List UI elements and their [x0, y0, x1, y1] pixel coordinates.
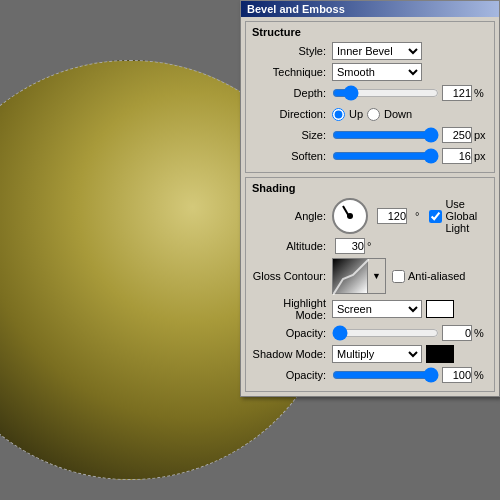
highlight-opacity-row: Opacity: 0 %	[252, 324, 488, 342]
anti-aliased-group: Anti-aliased	[392, 270, 465, 283]
global-light-group: Use Global Light	[429, 198, 488, 234]
shadow-mode-label: Shadow Mode:	[252, 348, 332, 360]
gloss-contour-label: Gloss Contour:	[252, 270, 332, 282]
depth-row: Depth: 121 %	[252, 84, 488, 102]
shadow-opacity-label: Opacity:	[252, 369, 332, 381]
panel-title: Bevel and Emboss	[241, 1, 499, 17]
highlight-opacity-label: Opacity:	[252, 327, 332, 339]
soften-input[interactable]: 16	[442, 148, 472, 164]
angle-label: Angle:	[252, 210, 332, 222]
structure-title: Structure	[252, 26, 488, 38]
shading-title: Shading	[252, 182, 488, 194]
depth-slider-group: 121 %	[332, 85, 488, 101]
direction-down-label: Down	[384, 108, 412, 120]
highlight-opacity-slider[interactable]	[332, 328, 439, 338]
global-light-label: Use Global Light	[445, 198, 488, 234]
highlight-color-swatch[interactable]	[426, 300, 454, 318]
gloss-contour-controls: ▼ Anti-aliased	[332, 258, 465, 294]
style-select[interactable]: Inner Bevel Outer Bevel Emboss Pillow Em…	[332, 42, 422, 60]
size-unit: px	[474, 129, 488, 141]
highlight-mode-label: Highlight Mode:	[252, 297, 332, 321]
shadow-mode-select[interactable]: Multiply Normal Screen Overlay	[332, 345, 422, 363]
soften-label: Soften:	[252, 150, 332, 162]
depth-label: Depth:	[252, 87, 332, 99]
size-label: Size:	[252, 129, 332, 141]
anti-aliased-checkbox[interactable]	[392, 270, 405, 283]
highlight-mode-row: Highlight Mode: Screen Normal Multiply O…	[252, 297, 488, 321]
technique-label: Technique:	[252, 66, 332, 78]
direction-row: Direction: Up Down	[252, 105, 488, 123]
shadow-opacity-unit: %	[474, 369, 488, 381]
shading-section: Shading Angle: 120 ° Use Global Light Al…	[245, 177, 495, 392]
size-input[interactable]: 250	[442, 127, 472, 143]
direction-up-radio[interactable]	[332, 108, 345, 121]
highlight-mode-select[interactable]: Screen Normal Multiply Overlay	[332, 300, 422, 318]
direction-radio-group: Up Down	[332, 108, 412, 121]
structure-section: Structure Style: Inner Bevel Outer Bevel…	[245, 21, 495, 173]
shadow-opacity-input[interactable]: 100	[442, 367, 472, 383]
soften-slider-group: 16 px	[332, 148, 488, 164]
highlight-opacity-unit: %	[474, 327, 488, 339]
anti-aliased-label: Anti-aliased	[408, 270, 465, 282]
direction-label: Direction:	[252, 108, 332, 120]
shadow-opacity-slider-group: 100 %	[332, 367, 488, 383]
global-light-checkbox[interactable]	[429, 210, 442, 223]
soften-unit: px	[474, 150, 488, 162]
bevel-emboss-panel: Bevel and Emboss Structure Style: Inner …	[240, 0, 500, 397]
altitude-input[interactable]: 30	[335, 238, 365, 254]
soften-row: Soften: 16 px	[252, 147, 488, 165]
contour-preview[interactable]	[332, 258, 368, 294]
depth-slider[interactable]	[332, 88, 439, 98]
angle-row: Angle: 120 ° Use Global Light	[252, 198, 488, 234]
highlight-opacity-slider-group: 0 %	[332, 325, 488, 341]
depth-unit: %	[474, 87, 488, 99]
technique-row: Technique: Smooth Chisel Hard Chisel Sof…	[252, 63, 488, 81]
angle-dial-container: 120 ° Use Global Light	[332, 198, 488, 234]
highlight-opacity-input[interactable]: 0	[442, 325, 472, 341]
gloss-contour-row: Gloss Contour: ▼ Anti-aliased	[252, 258, 488, 294]
shadow-opacity-slider[interactable]	[332, 370, 439, 380]
shadow-opacity-row: Opacity: 100 %	[252, 366, 488, 384]
altitude-row: Altitude: 30 °	[252, 237, 488, 255]
technique-select[interactable]: Smooth Chisel Hard Chisel Soft	[332, 63, 422, 81]
direction-up-label: Up	[349, 108, 363, 120]
contour-dropdown-btn[interactable]: ▼	[368, 258, 386, 294]
shadow-color-swatch[interactable]	[426, 345, 454, 363]
angle-dial[interactable]	[332, 198, 368, 234]
soften-slider[interactable]	[332, 151, 439, 161]
size-row: Size: 250 px	[252, 126, 488, 144]
dial-dot	[347, 213, 353, 219]
direction-down-radio[interactable]	[367, 108, 380, 121]
depth-input[interactable]: 121	[442, 85, 472, 101]
angle-input[interactable]: 120	[377, 208, 407, 224]
style-row: Style: Inner Bevel Outer Bevel Emboss Pi…	[252, 42, 488, 60]
angle-unit: °	[415, 210, 423, 222]
size-slider-group: 250 px	[332, 127, 488, 143]
style-label: Style:	[252, 45, 332, 57]
altitude-label: Altitude:	[252, 240, 332, 252]
shadow-mode-row: Shadow Mode: Multiply Normal Screen Over…	[252, 345, 488, 363]
altitude-unit: °	[367, 240, 381, 252]
size-slider[interactable]	[332, 130, 439, 140]
